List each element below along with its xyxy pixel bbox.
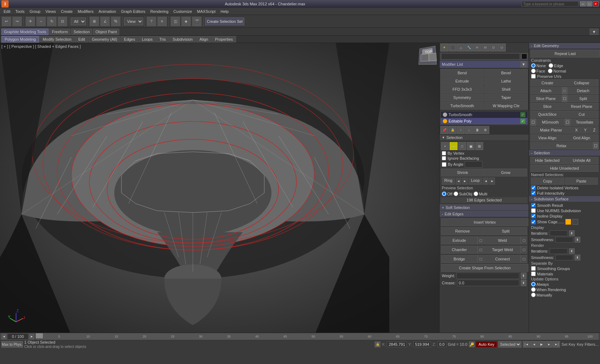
polygon-icon[interactable]: ▣ xyxy=(467,142,475,150)
manually-radio-label[interactable]: Manually xyxy=(531,293,552,297)
configure-icon[interactable]: ⚙ xyxy=(481,126,489,134)
render-smooth-spinner[interactable]: ⬍ xyxy=(575,255,580,260)
relax-checkbox[interactable]: ☐ xyxy=(593,142,599,149)
tab-edges[interactable]: Edges xyxy=(121,36,138,43)
connect-check[interactable]: □ xyxy=(521,255,527,263)
view-dropdown[interactable]: View xyxy=(124,18,143,25)
border-icon[interactable]: □ xyxy=(458,142,466,150)
modify-icon[interactable]: 🔧 xyxy=(465,44,473,51)
face-radio[interactable] xyxy=(531,69,536,73)
freeform-tab[interactable]: Freeform xyxy=(49,29,70,35)
tab-loops[interactable]: Loops xyxy=(139,36,156,43)
delete-mod-icon[interactable]: 🗑 xyxy=(473,126,481,134)
show-cage-checkbox[interactable] xyxy=(531,220,536,224)
weight-input[interactable]: 1.0 xyxy=(456,273,519,279)
go-start-button[interactable]: |◄ xyxy=(523,341,530,348)
layer-button[interactable]: ◫ xyxy=(170,16,180,26)
unhide-all-button[interactable]: Unhide All xyxy=(565,157,599,164)
none-radio[interactable] xyxy=(531,63,536,68)
ring-arrow-right[interactable]: ► xyxy=(462,178,468,185)
viewport[interactable]: [ + ] [ Perspective ] [ Shaded + Edged F… xyxy=(0,43,439,333)
pin-icon[interactable]: 📌 xyxy=(440,126,448,134)
tab-align[interactable]: Align xyxy=(196,36,211,43)
crease-input[interactable] xyxy=(457,280,519,286)
chamfer-check[interactable]: □ xyxy=(478,246,484,254)
tab-geometry-all[interactable]: Geometry (All) xyxy=(89,36,120,43)
lathe-button[interactable]: Lathe xyxy=(484,77,528,85)
play-button[interactable]: ▶ xyxy=(538,341,545,348)
normal-radio[interactable] xyxy=(548,69,552,73)
delete-isolated-checkbox[interactable] xyxy=(531,185,536,190)
connect-button[interactable]: Connect xyxy=(484,255,521,263)
geo-icon[interactable]: △ xyxy=(457,44,465,51)
copy-button[interactable]: Copy xyxy=(531,178,564,185)
target-weld-button[interactable]: Target Weld xyxy=(484,246,521,254)
scale-button[interactable]: ⊡ xyxy=(58,16,68,26)
timeline-left-arrow[interactable]: ◄ xyxy=(1,334,6,339)
crease-spinner[interactable]: ⬍ xyxy=(521,280,526,286)
paste-button[interactable]: Paste xyxy=(565,178,598,185)
extrude-button[interactable]: Extrude xyxy=(441,236,478,244)
weld-button[interactable]: Weld xyxy=(484,236,521,244)
lock-icon[interactable]: 🔒 xyxy=(375,341,380,347)
menu-animation[interactable]: Animation xyxy=(96,9,118,14)
preview-off-label[interactable]: Off xyxy=(442,191,452,196)
menu-maxscript[interactable]: MAXScript xyxy=(195,9,218,14)
when-rendering-radio[interactable] xyxy=(531,287,536,292)
bridge-check[interactable]: □ xyxy=(478,255,484,263)
x-button[interactable]: X xyxy=(572,126,581,134)
edge-radio-label[interactable]: Edge xyxy=(549,63,563,68)
iterations-input[interactable]: 1 xyxy=(550,230,568,236)
move-stack-icon[interactable]: ↑ xyxy=(457,126,465,134)
materials-checkbox[interactable] xyxy=(531,271,536,276)
normal-radio-label[interactable]: Normal xyxy=(548,69,566,73)
menu-modifiers[interactable]: Modifiers xyxy=(75,9,96,14)
menu-help[interactable]: Help xyxy=(219,9,231,14)
bend-button[interactable]: Bend xyxy=(440,69,484,77)
when-rendering-radio-label[interactable]: When Rendering xyxy=(531,287,566,292)
hide-unselected-button[interactable]: Hide Unselected xyxy=(530,165,599,172)
attach-dropdown[interactable]: □ xyxy=(562,87,568,94)
close-button[interactable]: ✕ xyxy=(593,1,599,6)
symmetry-button[interactable]: Symmetry xyxy=(440,94,484,101)
redo-button[interactable]: ↪ xyxy=(12,16,22,26)
collapse-button[interactable]: Collapse xyxy=(565,79,599,86)
split-button[interactable]: Split xyxy=(484,227,527,235)
material-editor[interactable]: ◈ xyxy=(181,16,191,26)
tab-properties[interactable]: Properties xyxy=(212,36,236,43)
soft-selection-header[interactable]: + Soft Selection xyxy=(440,204,529,211)
display-icon[interactable]: D xyxy=(490,44,498,51)
chamfer-button[interactable]: Chamfer xyxy=(441,246,478,254)
subdivision-surface-header[interactable]: - Subdivision Surface xyxy=(529,196,600,202)
render-iter-spinner[interactable]: ⬍ xyxy=(569,248,575,254)
smoothness-spinner[interactable]: ⬍ xyxy=(575,237,580,243)
preview-subobj-radio[interactable] xyxy=(454,191,458,196)
repeat-last-button[interactable]: Repeat Last xyxy=(530,50,600,58)
ring-button[interactable]: Ring xyxy=(442,178,455,185)
cage-color-2[interactable] xyxy=(572,219,578,225)
percent-snap[interactable]: % xyxy=(111,16,121,26)
preview-multi-radio[interactable] xyxy=(474,191,478,196)
camera-icon[interactable]: 🎥 xyxy=(449,44,456,51)
make-planar-button[interactable]: Make Planar xyxy=(530,126,572,134)
none-radio-label[interactable]: None xyxy=(531,63,546,68)
relax-button[interactable]: Relax xyxy=(530,142,592,149)
timeline-track[interactable]: 5 10 15 20 25 30 35 40 45 50 55 60 65 70… xyxy=(36,333,599,340)
tab-subdivision[interactable]: Subdivision xyxy=(169,36,196,43)
smoothing-groups-checkbox[interactable] xyxy=(531,266,536,271)
rotate-button[interactable]: ↻ xyxy=(47,16,57,26)
object-color-swatch[interactable] xyxy=(521,54,527,59)
weight-spinner[interactable]: ⬍ xyxy=(521,273,526,279)
timeline-slider[interactable] xyxy=(36,333,43,338)
by-angle-checkbox[interactable] xyxy=(442,162,446,167)
create-shape-button[interactable]: Create Shape From Selection xyxy=(441,264,529,272)
preview-off-radio[interactable] xyxy=(442,191,446,196)
align-button[interactable]: ≡ xyxy=(157,16,167,26)
modifier-list-dropdown[interactable]: ▼ xyxy=(521,61,526,67)
tessellate-checkbox[interactable]: ☐ xyxy=(565,119,570,126)
msmooth-button[interactable]: MSmooth xyxy=(536,119,564,126)
vertex-icon[interactable]: • xyxy=(441,142,449,150)
slice-button[interactable]: Slice xyxy=(530,103,564,110)
reset-plane-button[interactable]: Reset Plane xyxy=(565,103,599,110)
preview-multi-label[interactable]: Multi xyxy=(474,191,487,196)
